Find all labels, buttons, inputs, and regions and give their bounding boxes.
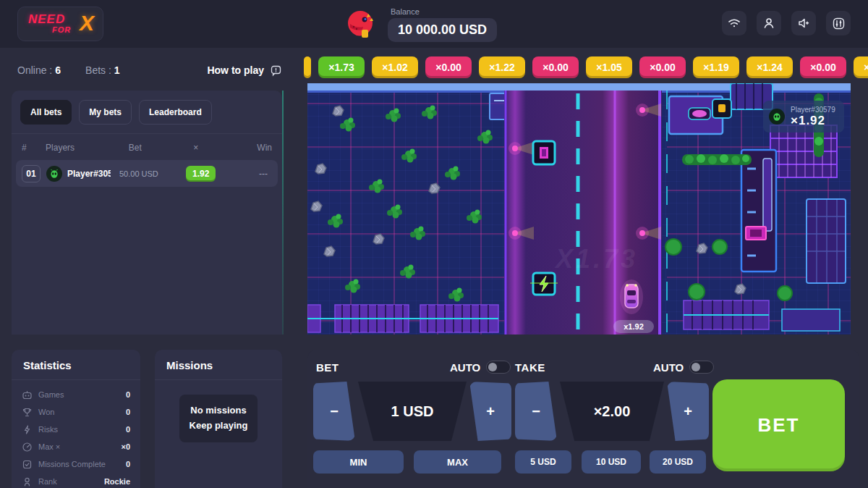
alien-icon xyxy=(49,169,59,179)
history-badge[interactable]: ×1.24 xyxy=(746,56,793,78)
player-overlay-name: Player#30579 xyxy=(791,106,835,114)
online-count: Online :6 xyxy=(17,64,61,76)
take-auto-toggle[interactable] xyxy=(689,361,714,374)
max-button[interactable]: MAX xyxy=(414,450,501,474)
row-win-value: --- xyxy=(259,169,272,179)
sound-button[interactable] xyxy=(791,11,816,35)
toggle-knob xyxy=(488,363,497,371)
alien-icon xyxy=(772,112,782,122)
take-auto-label: AUTO xyxy=(653,361,684,374)
take-multiplier-display[interactable]: ×2.00 xyxy=(560,382,664,441)
take-auto-wrap: AUTO xyxy=(653,361,714,374)
bets-value: 1 xyxy=(114,64,120,76)
bet-plus-button[interactable]: + xyxy=(469,382,511,441)
car-multiplier-label: x1.92 xyxy=(613,320,654,333)
rank-icon xyxy=(22,476,33,487)
trophy-icon xyxy=(22,407,33,418)
bet-section-label: BET xyxy=(316,361,339,374)
header-bet: Bet xyxy=(129,143,193,153)
stat-label: Risks xyxy=(38,425,58,434)
history-badge[interactable]: ×1.05 xyxy=(586,56,632,78)
stat-rank: Rank Rockie xyxy=(22,473,130,488)
online-label: Online : xyxy=(17,64,52,76)
quick-amount-10[interactable]: 10 USD xyxy=(582,450,641,474)
bet-auto-wrap: AUTO xyxy=(450,361,511,374)
take-minus-button[interactable]: − xyxy=(515,382,557,441)
table-row[interactable]: 01 Player#30579 50.00 USD 1.92 --- xyxy=(16,160,278,187)
history-badge[interactable]: ×1.22 xyxy=(479,56,525,78)
striped-building xyxy=(770,125,837,177)
question-bubble-icon xyxy=(270,64,282,77)
connection-button[interactable] xyxy=(722,11,746,35)
history-badge[interactable]: ×0.00 xyxy=(532,56,579,78)
bets-table-header: # Players Bet × Win xyxy=(12,134,282,160)
history-badge[interactable]: ×0.00 xyxy=(425,56,472,78)
sliders-icon xyxy=(832,17,846,30)
bet-auto-toggle[interactable] xyxy=(486,361,511,374)
bets-label: Bets : xyxy=(85,64,111,76)
header-multiplier: × xyxy=(193,143,237,153)
profile-button[interactable] xyxy=(757,11,781,35)
lobby-status-row: Online :6 Bets :1 How to play xyxy=(17,61,282,80)
bet-minus-button[interactable]: − xyxy=(313,382,355,441)
round-watermark: X1.73 xyxy=(524,244,669,274)
player-avatar xyxy=(46,166,62,182)
user-icon xyxy=(762,17,775,30)
how-to-play-label: How to play xyxy=(207,64,264,76)
game-canvas: X1.73 Player#30579 ×1.92 x1.92 xyxy=(307,83,851,335)
balance-area: Balance 10 000.00 USD xyxy=(344,6,497,43)
player-avatar xyxy=(769,109,785,125)
bet-amount-display[interactable]: 1 USD xyxy=(358,382,467,441)
row-multiplier-badge: 1.92 xyxy=(186,166,216,182)
history-badge[interactable] xyxy=(304,56,311,78)
bets-tabs: All bets My bets Leaderboard xyxy=(12,91,282,134)
stat-missions-complete: Missions Complete 0 xyxy=(22,455,130,473)
stat-won: Won 0 xyxy=(22,403,130,421)
tab-leaderboard[interactable]: Leaderboard xyxy=(139,100,212,125)
panel-structures xyxy=(307,305,498,332)
no-missions-line1: No missions xyxy=(185,403,252,418)
balance-value: 10 000.00 USD xyxy=(388,18,497,42)
history-badge[interactable]: ×1.04 xyxy=(854,56,868,78)
stat-games: Games 0 xyxy=(22,386,130,403)
statistics-panel: Statistics Games 0 Won 0 Risks 0 Max × ×… xyxy=(12,350,140,488)
gauge-icon xyxy=(22,442,33,453)
missions-panel: Missions No missions Keep playing xyxy=(155,350,282,488)
logo-text: NEED FOR X xyxy=(18,7,103,41)
stat-label: Games xyxy=(38,390,64,399)
dino-avatar[interactable] xyxy=(344,8,378,41)
history-badge[interactable]: ×0.00 xyxy=(639,56,686,78)
history-badge[interactable]: ×1.73 xyxy=(318,56,365,78)
tab-all-bets[interactable]: All bets xyxy=(20,100,72,125)
bet-auto-label: AUTO xyxy=(450,361,480,374)
history-badge[interactable]: ×1.02 xyxy=(372,56,418,78)
stat-value: 0 xyxy=(126,460,130,468)
stat-label: Won xyxy=(38,408,54,416)
bets-panel: All bets My bets Leaderboard # Players B… xyxy=(12,91,282,335)
history-badge[interactable]: ×1.19 xyxy=(693,56,739,78)
stat-label: Missions Complete xyxy=(38,460,106,468)
stat-label: Rank xyxy=(38,477,57,486)
toggle-knob xyxy=(692,363,700,371)
stat-value: 0 xyxy=(126,408,130,416)
app-logo[interactable]: NEED FOR X xyxy=(17,7,103,41)
history-badge[interactable]: ×0.00 xyxy=(800,56,846,78)
statistics-title: Statistics xyxy=(12,350,140,380)
take-plus-button[interactable]: + xyxy=(667,382,709,441)
logo-need: NEED xyxy=(28,12,65,27)
header-players: Players xyxy=(46,143,129,153)
robot-icon xyxy=(22,390,33,400)
top-bar: NEED FOR X Balance 10 000.00 USD xyxy=(0,0,868,48)
how-to-play-link[interactable]: How to play xyxy=(207,64,282,77)
quick-amount-5[interactable]: 5 USD xyxy=(515,450,571,474)
logo-for: FOR xyxy=(52,25,71,34)
min-button[interactable]: MIN xyxy=(313,450,404,474)
place-bet-button[interactable]: BET xyxy=(712,379,845,471)
lightning-icon xyxy=(22,424,33,435)
quick-amount-20[interactable]: 20 USD xyxy=(650,450,706,474)
stat-value: 0 xyxy=(126,425,130,434)
tab-my-bets[interactable]: My bets xyxy=(79,100,132,125)
fairness-settings-button[interactable] xyxy=(826,11,851,35)
balance-label: Balance xyxy=(391,7,497,16)
stat-value: Rockie xyxy=(104,477,130,486)
